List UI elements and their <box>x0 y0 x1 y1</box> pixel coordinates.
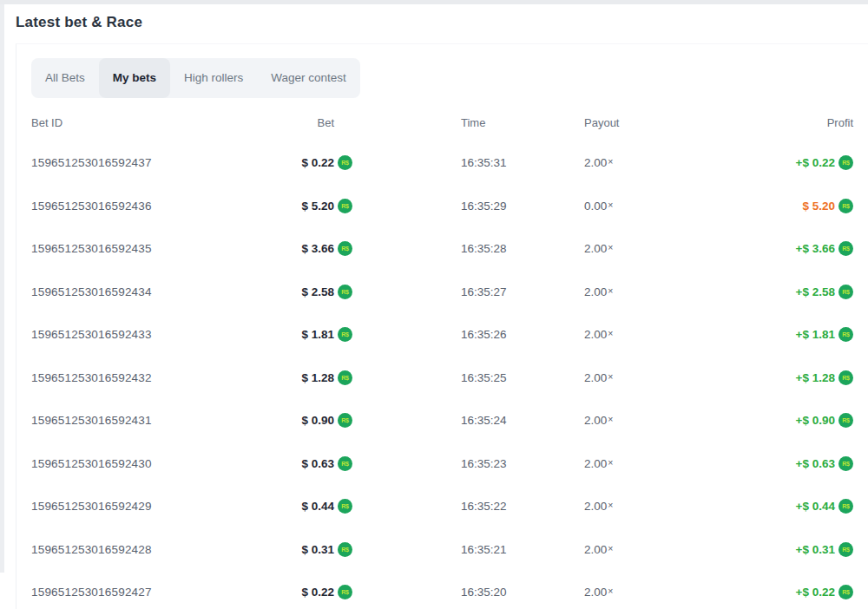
bet-row[interactable]: 159651253016592437 $ 0.22 R$ 16:35:31 2.… <box>31 141 853 185</box>
brl-currency-coin-icon: R$ <box>338 585 352 599</box>
brl-currency-coin-icon: R$ <box>838 199 853 213</box>
tab-all-bets[interactable]: All Bets <box>31 58 99 98</box>
bet-id-cell: 159651253016592428 <box>31 543 274 556</box>
bet-id-cell: 159651253016592429 <box>31 500 274 513</box>
bet-row[interactable]: 159651253016592433 $ 1.81 R$ 16:35:26 2.… <box>31 313 853 357</box>
tab-high-rollers[interactable]: High rollers <box>170 58 257 98</box>
bet-row[interactable]: 159651253016592429 $ 0.44 R$ 16:35:22 2.… <box>31 485 853 528</box>
bet-amount-cell: $ 0.63 R$ <box>274 456 352 471</box>
bet-row[interactable]: 159651253016592435 $ 3.66 R$ 16:35:28 2.… <box>31 227 853 271</box>
profit-amount: +$ 0.31 <box>796 543 835 556</box>
left-border-strip <box>0 4 4 573</box>
bet-id-cell: 159651253016592431 <box>31 414 274 427</box>
brl-currency-coin-icon: R$ <box>838 241 853 256</box>
payout-cell: 2.00× <box>561 285 691 298</box>
profit-amount: +$ 1.81 <box>796 328 835 341</box>
time-cell: 16:35:22 <box>352 500 561 513</box>
profit-amount: $ 5.20 <box>802 200 835 213</box>
profit-amount: +$ 0.63 <box>796 457 835 470</box>
profit-cell: $ 5.20 R$ <box>691 199 853 213</box>
bet-amount: $ 0.63 <box>301 457 334 470</box>
bet-amount: $ 2.58 <box>301 285 334 298</box>
tab-my-bets[interactable]: My bets <box>99 58 170 98</box>
bet-id-cell: 159651253016592433 <box>31 328 274 341</box>
bet-row[interactable]: 159651253016592434 $ 2.58 R$ 16:35:27 2.… <box>31 271 853 314</box>
bet-id-cell: 159651253016592430 <box>31 457 274 470</box>
column-header-profit: Profit <box>691 116 853 129</box>
brl-currency-coin-icon: R$ <box>338 241 352 256</box>
payout-value: 2.00 <box>584 328 607 341</box>
bet-row[interactable]: 159651253016592427 $ 0.22 R$ 16:35:20 2.… <box>31 571 853 609</box>
brl-currency-coin-icon: R$ <box>338 327 352 342</box>
profit-cell: +$ 2.58 R$ <box>691 285 853 299</box>
bet-amount-cell: $ 0.44 R$ <box>274 499 352 514</box>
payout-value: 2.00 <box>584 586 607 599</box>
payout-value: 0.00 <box>584 200 607 213</box>
bet-amount: $ 0.44 <box>301 500 334 513</box>
payout-cell: 2.00× <box>561 586 691 599</box>
brl-currency-coin-icon: R$ <box>838 585 853 599</box>
multiplier-symbol: × <box>608 371 613 382</box>
payout-value: 2.00 <box>584 242 607 255</box>
payout-cell: 2.00× <box>561 328 691 341</box>
brl-currency-coin-icon: R$ <box>338 155 352 170</box>
bet-row[interactable]: 159651253016592436 $ 5.20 R$ 16:35:29 0.… <box>31 185 853 228</box>
time-cell: 16:35:20 <box>352 586 561 599</box>
bet-id-cell: 159651253016592437 <box>31 156 274 169</box>
profit-amount: +$ 0.22 <box>796 156 835 169</box>
profit-cell: +$ 0.90 R$ <box>691 413 853 428</box>
bet-amount-cell: $ 2.58 R$ <box>274 285 352 299</box>
multiplier-symbol: × <box>608 328 613 338</box>
page-content: Latest bet & Race All BetsMy betsHigh ro… <box>0 0 868 609</box>
bet-row[interactable]: 159651253016592432 $ 1.28 R$ 16:35:25 2.… <box>31 357 853 400</box>
profit-cell: +$ 0.22 R$ <box>691 155 853 170</box>
bet-amount: $ 0.31 <box>301 543 334 556</box>
payout-value: 2.00 <box>584 457 607 470</box>
time-cell: 16:35:29 <box>352 200 561 213</box>
brl-currency-coin-icon: R$ <box>338 542 352 557</box>
brl-currency-coin-icon: R$ <box>838 285 853 299</box>
bet-id-cell: 159651253016592435 <box>31 242 274 255</box>
tab-label: High rollers <box>184 71 243 84</box>
payout-value: 2.00 <box>584 414 607 427</box>
brl-currency-coin-icon: R$ <box>338 456 352 471</box>
payout-value: 2.00 <box>584 543 607 556</box>
profit-cell: +$ 0.63 R$ <box>691 456 853 471</box>
bet-id-cell: 159651253016592436 <box>31 200 274 213</box>
profit-cell: +$ 0.31 R$ <box>691 542 853 557</box>
bet-amount-cell: $ 0.22 R$ <box>274 585 352 599</box>
payout-value: 2.00 <box>584 500 607 513</box>
brl-currency-coin-icon: R$ <box>338 370 352 385</box>
profit-cell: +$ 0.22 R$ <box>691 585 853 599</box>
bet-amount-cell: $ 0.90 R$ <box>274 413 352 428</box>
brl-currency-coin-icon: R$ <box>338 199 352 213</box>
bets-table-body: 159651253016592437 $ 0.22 R$ 16:35:31 2.… <box>31 141 853 609</box>
brl-currency-coin-icon: R$ <box>338 413 352 428</box>
bet-amount-cell: $ 0.22 R$ <box>274 155 352 170</box>
payout-cell: 2.00× <box>561 543 691 556</box>
bet-amount-cell: $ 3.66 R$ <box>274 241 352 256</box>
tab-wager-contest[interactable]: Wager contest <box>257 58 360 98</box>
profit-cell: +$ 1.81 R$ <box>691 327 853 342</box>
multiplier-symbol: × <box>608 200 613 210</box>
time-cell: 16:35:25 <box>352 371 561 384</box>
payout-cell: 2.00× <box>561 500 691 513</box>
tab-label: All Bets <box>45 71 85 84</box>
bet-amount-cell: $ 1.81 R$ <box>274 327 352 342</box>
bet-row[interactable]: 159651253016592428 $ 0.31 R$ 16:35:21 2.… <box>31 528 853 572</box>
bet-row[interactable]: 159651253016592430 $ 0.63 R$ 16:35:23 2.… <box>31 442 853 486</box>
bet-amount: $ 0.22 <box>301 586 334 599</box>
profit-cell: +$ 0.44 R$ <box>691 499 853 514</box>
payout-cell: 2.00× <box>561 457 691 470</box>
bet-amount-cell: $ 5.20 R$ <box>274 199 352 213</box>
profit-amount: +$ 2.58 <box>796 285 835 298</box>
multiplier-symbol: × <box>608 156 613 167</box>
bet-id-cell: 159651253016592427 <box>31 586 274 599</box>
bet-id-cell: 159651253016592432 <box>31 371 274 384</box>
bet-id-cell: 159651253016592434 <box>31 285 274 298</box>
bet-row[interactable]: 159651253016592431 $ 0.90 R$ 16:35:24 2.… <box>31 399 853 442</box>
time-cell: 16:35:27 <box>352 285 561 298</box>
multiplier-symbol: × <box>608 285 613 296</box>
brl-currency-coin-icon: R$ <box>838 370 853 385</box>
column-header-payout: Payout <box>561 116 691 129</box>
